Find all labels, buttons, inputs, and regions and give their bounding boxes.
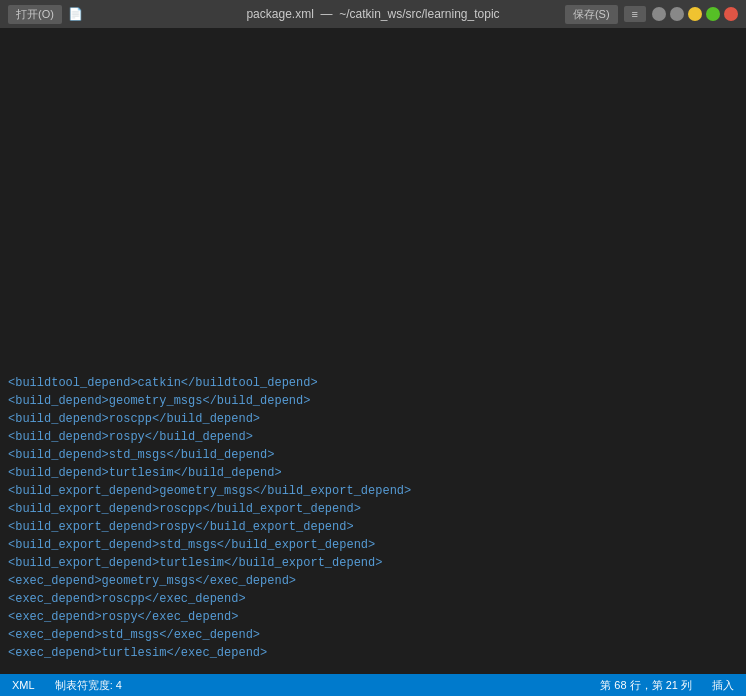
line	[4, 158, 746, 176]
line: <exec_depend>rospy</exec_depend>	[4, 608, 746, 626]
titlebar-title: package.xml — ~/catkin_ws/src/learning_t…	[246, 7, 499, 21]
extra-btn[interactable]	[652, 7, 666, 21]
line: <build_depend>roscpp</build_depend>	[4, 410, 746, 428]
line	[4, 86, 746, 104]
statusbar-right: 第 68 行，第 21 列 插入	[596, 678, 738, 693]
line	[4, 194, 746, 212]
file-path: ~/catkin_ws/src/learning_topic	[339, 7, 499, 21]
line: <exec_depend>geometry_msgs</exec_depend>	[4, 572, 746, 590]
line	[4, 68, 746, 86]
line	[4, 320, 746, 338]
line	[4, 356, 746, 374]
menu-button[interactable]: ≡	[624, 6, 646, 22]
line: <exec_depend>roscpp</exec_depend>	[4, 590, 746, 608]
titlebar-right: 保存(S) ≡	[565, 5, 738, 24]
line	[4, 122, 746, 140]
line: <buildtool_depend>catkin</buildtool_depe…	[4, 374, 746, 392]
titlebar-left: 打开(O) 📄	[8, 5, 84, 24]
line	[4, 248, 746, 266]
input-mode[interactable]: 插入	[708, 678, 738, 693]
line	[4, 32, 746, 50]
line	[4, 266, 746, 284]
save-button[interactable]: 保存(S)	[565, 5, 618, 24]
window-controls	[652, 7, 738, 21]
maximize-button[interactable]	[706, 7, 720, 21]
line: <build_depend>rospy</build_depend>	[4, 428, 746, 446]
statusbar: XML 制表符宽度: 4 第 68 行，第 21 列 插入	[0, 674, 746, 696]
editor: <buildtool_depend>catkin</buildtool_depe…	[0, 28, 746, 674]
line: <build_export_depend>rospy</build_export…	[4, 518, 746, 536]
titlebar: 打开(O) 📄 package.xml — ~/catkin_ws/src/le…	[0, 0, 746, 28]
extra-btn2[interactable]	[670, 7, 684, 21]
cursor-position[interactable]: 第 68 行，第 21 列	[596, 678, 696, 693]
line	[4, 338, 746, 356]
line	[4, 230, 746, 248]
line: <exec_depend>std_msgs</exec_depend>	[4, 626, 746, 644]
blank-line	[4, 662, 746, 674]
line: <build_depend>std_msgs</build_depend>	[4, 446, 746, 464]
tab-size-indicator[interactable]: 制表符宽度: 4	[51, 678, 126, 693]
line	[4, 104, 746, 122]
open-button[interactable]: 打开(O)	[8, 5, 62, 24]
line: <build_export_depend>roscpp</build_expor…	[4, 500, 746, 518]
line: <exec_depend>turtlesim</exec_depend>	[4, 644, 746, 662]
line: <build_depend>turtlesim</build_depend>	[4, 464, 746, 482]
line: <build_export_depend>turtlesim</build_ex…	[4, 554, 746, 572]
line	[4, 176, 746, 194]
line	[4, 212, 746, 230]
line	[4, 140, 746, 158]
minimize-button[interactable]	[688, 7, 702, 21]
language-indicator[interactable]: XML	[8, 679, 39, 691]
line: <build_export_depend>geometry_msgs</buil…	[4, 482, 746, 500]
line	[4, 50, 746, 68]
line: <build_export_depend>std_msgs</build_exp…	[4, 536, 746, 554]
file-icon: 📄	[68, 6, 84, 22]
statusbar-left: XML 制表符宽度: 4	[8, 678, 126, 693]
line	[4, 284, 746, 302]
close-button[interactable]	[724, 7, 738, 21]
editor-content[interactable]: <buildtool_depend>catkin</buildtool_depe…	[0, 28, 746, 674]
line	[4, 302, 746, 320]
file-name: package.xml	[246, 7, 313, 21]
line: <build_depend>geometry_msgs</build_depen…	[4, 392, 746, 410]
